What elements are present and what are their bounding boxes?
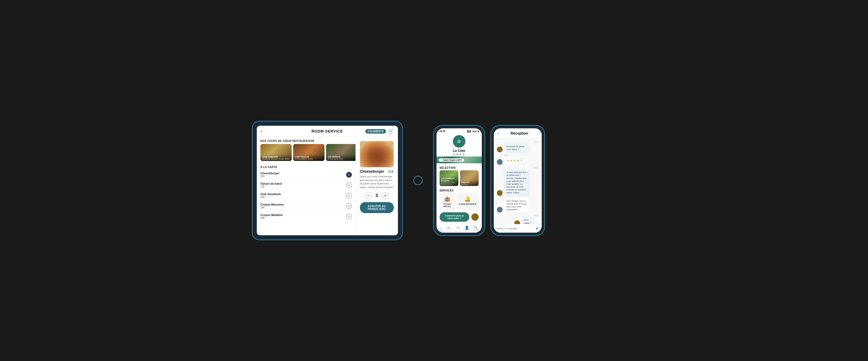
- back-button[interactable]: ‹: [261, 129, 262, 134]
- phone-container: 09:35 ▌▌▌ WiFi ▮ ⊛ La Côte ● ● ● ●: [433, 125, 545, 236]
- restaurant-address-1: 15 avenue Edouard Herriot, 83990: [262, 158, 290, 160]
- menu-item-price-3: 12€: [260, 196, 281, 198]
- reception-back-button[interactable]: ‹: [497, 131, 499, 136]
- concierge-service-icon: 🔔: [464, 196, 471, 202]
- tablet-detail-panel: Cheeseburger 21€ Optez pour notre cheese…: [356, 137, 398, 235]
- tablet-body: NOS COUPS DE CŒUR RESTAURATION Chez Gabr…: [257, 137, 398, 235]
- battery-icon: ▮: [477, 130, 479, 133]
- increase-qty-button[interactable]: +: [382, 192, 389, 199]
- detail-panel: Cheeseburger 21€ Optez pour notre cheese…: [360, 141, 394, 213]
- phone1-time: 09:35: [440, 130, 445, 133]
- send-icon[interactable]: ➤: [535, 226, 538, 230]
- menu-item-3[interactable]: Club Sandwich 12€ +: [257, 190, 355, 201]
- restaurant-card-1[interactable]: Chez Gabrielle 15 avenue Edouard Herriot…: [260, 144, 292, 161]
- menu-item-price-1: 21€: [260, 175, 280, 177]
- restaurant-name-1: Chez Gabrielle: [262, 156, 290, 158]
- add-to-cart-button[interactable]: AJOUTER AU PANIER (63€): [360, 202, 394, 213]
- message-row-4: Pour l'instant, tout se déroule pour le …: [497, 198, 538, 213]
- msg-bubble-1: Comment se passe votre séjour ?: [504, 143, 530, 152]
- tablet-screen: ‹ ROOM SERVICE 3 ÉLÉMENTS 🛒 NOS COUPS DE…: [257, 126, 398, 235]
- chat-messages: 12:22 Comment se passe votre séjour ? 12…: [494, 139, 542, 224]
- nav-accueil-label: Accueil: [438, 230, 443, 232]
- service-card-hotel[interactable]: 🏨 VOTRE HÔTEL: [440, 193, 455, 210]
- service-label-hotel: VOTRE HÔTEL: [442, 203, 453, 207]
- chat-avatar: [471, 213, 479, 221]
- msg-time-5: 13:16: [521, 215, 538, 217]
- nav-services-icon: ⊞: [447, 226, 450, 230]
- menu-item-price-5: 16€: [260, 217, 283, 219]
- main-container: ‹ ROOM SERVICE 3 ÉLÉMENTS 🛒 NOS COUPS DE…: [252, 121, 616, 240]
- selection-card-sub-1: En terrasse ou dans le creux d'un pa...: [441, 182, 457, 185]
- cart-area: 3 ÉLÉMENTS 🛒: [365, 128, 394, 134]
- nav-messages[interactable]: ✉ Messages: [455, 226, 462, 232]
- menu-item-name-2: Tartare de bœuf: [260, 182, 282, 185]
- restaurant-card-2[interactable]: Café Fleurus 36 Rue Klébert, 83990: [293, 144, 324, 161]
- star-3: ★: [513, 158, 516, 163]
- hotel-hero-image: ☀ Saint-Tropez | 28°C: [436, 157, 482, 163]
- tablet-title: ROOM SERVICE: [311, 129, 343, 133]
- phone1-frame: 09:35 ▌▌▌ WiFi ▮ ⊛ La Côte ● ● ● ●: [433, 125, 485, 236]
- nav-services[interactable]: ⊞ Services: [445, 226, 452, 232]
- nav-profil-icon: 👤: [465, 226, 469, 230]
- add-button-5[interactable]: +: [346, 214, 352, 219]
- add-button-2[interactable]: +: [346, 182, 352, 188]
- detail-price: 21€: [388, 170, 394, 173]
- star-4: ★: [517, 158, 520, 163]
- tablet-left-panel: NOS COUPS DE CŒUR RESTAURATION Chez Gabr…: [257, 137, 356, 235]
- quantity-value: 3: [375, 193, 378, 198]
- services-title: SERVICES: [436, 188, 482, 193]
- selection-card-sub-2: De Sardo...: [462, 184, 477, 185]
- restaurant-address-3: 15 Rue de la comm: [328, 158, 355, 160]
- menu-item-price-2: 21€: [260, 185, 282, 188]
- detail-description: Optez pour notre cheeseburger gourmet av…: [360, 175, 394, 189]
- msg-bubble-4: Pour l'instant, tout se déroule pour le …: [504, 198, 530, 213]
- menu-item-name-3: Club Sandwich: [260, 193, 281, 196]
- decrease-qty-button[interactable]: −: [365, 192, 371, 199]
- reception-header: ‹ Réception: [494, 128, 542, 139]
- cart-badge[interactable]: 3 ÉLÉMENTS: [365, 129, 386, 134]
- coups-de-coeur-title: NOS COUPS DE CŒUR RESTAURATION: [257, 137, 355, 144]
- chat-prompt-area: Comment puis-je vous aider ?: [436, 212, 482, 224]
- restaurant-card-3[interactable]: Jah-Bahma 15 Rue de la comm: [326, 144, 355, 161]
- tablet-header: ‹ ROOM SERVICE 3 ÉLÉMENTS 🛒: [257, 126, 398, 137]
- nav-services-label: Services: [445, 230, 452, 232]
- phone2-screen: ‹ Réception 12:22 Comment se passe votre…: [494, 128, 542, 233]
- reception-input-area: ➤: [494, 224, 542, 233]
- star-5: ★: [520, 158, 523, 163]
- add-button-3[interactable]: +: [346, 193, 352, 198]
- signal-icon: ▌▌▌: [467, 130, 472, 133]
- nav-profil[interactable]: 👤 Profil: [465, 226, 469, 232]
- card-overlay-1: Chez Gabrielle 15 avenue Edouard Herriot…: [260, 155, 292, 161]
- message-input[interactable]: [497, 227, 533, 230]
- restaurant-name-2: Café Fleurus: [295, 156, 323, 158]
- a-la-carte-title: À LA CARTE: [257, 164, 355, 170]
- phone1-screen: 09:35 ▌▌▌ WiFi ▮ ⊛ La Côte ● ● ● ●: [436, 128, 482, 233]
- nav-recherches[interactable]: 🔍 Recherches: [472, 226, 480, 232]
- add-button-4[interactable]: +: [346, 203, 352, 209]
- quantity-row: − 3 +: [360, 192, 394, 199]
- selection-card-1[interactable]: Les meilleurs Brunchs En terrasse ou dan…: [440, 170, 458, 186]
- menu-item-4[interactable]: Croque-Monsieur 15€ +: [257, 201, 355, 211]
- wifi-icon: WiFi: [472, 130, 477, 133]
- chat-prompt-button[interactable]: Comment puis-je vous aider ?: [440, 212, 469, 222]
- restaurant-cards: Chez Gabrielle 15 avenue Edouard Herriot…: [257, 144, 355, 164]
- msg-avatar-3: [497, 190, 503, 196]
- menu-item-1[interactable]: Cheeseburger 21€ +: [257, 170, 355, 180]
- phone1-content: ⊛ La Côte ● ● ● ● ☀ Saint-Tropez | 28°C …: [436, 133, 482, 224]
- selection-card-2[interactable]: Expositi De Sardo...: [460, 170, 479, 186]
- hotel-service-icon: 🏨: [444, 196, 451, 202]
- hotel-logo-area: ⊛ La Côte ● ● ● ●: [436, 133, 482, 157]
- cart-icon[interactable]: 🛒: [388, 128, 394, 134]
- selection-card-title-2: Expositi: [462, 181, 477, 184]
- nav-home-icon: ⌂: [439, 226, 441, 230]
- message-row-3: 12:24 Je suis ravie que tout se passe bi…: [497, 167, 538, 196]
- add-button-1[interactable]: +: [346, 172, 352, 177]
- message-row-2: 12:23 ★ ★ ★ ★ ★: [497, 155, 538, 165]
- nav-accueil[interactable]: ⌂ Accueil: [438, 226, 443, 232]
- menu-item-5[interactable]: Croque-Madame 16€ +: [257, 211, 355, 222]
- menu-item-name-1: Cheeseburger: [260, 172, 280, 175]
- menu-item-name-5: Croque-Madame: [260, 213, 283, 217]
- service-card-concierge[interactable]: 🔔 CONCIERGERIE: [457, 193, 479, 210]
- msg-bubble-3: Je suis ravie que tout se passe bien ! S…: [504, 169, 530, 196]
- menu-item-2[interactable]: Tartare de bœuf 21€ +: [257, 180, 355, 190]
